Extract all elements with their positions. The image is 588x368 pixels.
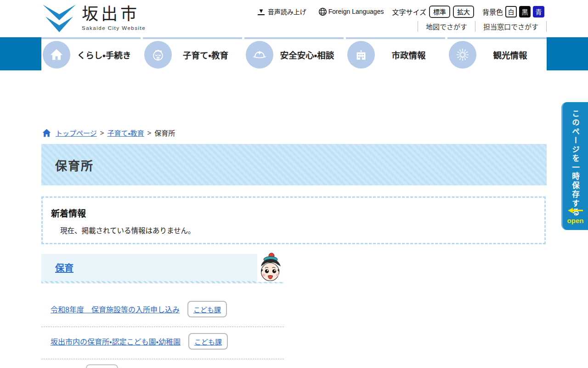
site-header: 坂出市 Sakaide City Website ▼ 音声読み上げ Foreig… bbox=[0, 0, 588, 37]
news-heading: 新着情報 bbox=[51, 207, 544, 219]
badge-partial[interactable] bbox=[86, 364, 118, 368]
save-page-side-tab[interactable]: このページを一時保存する open bbox=[561, 102, 588, 230]
bg-color-label: 背景色 bbox=[482, 7, 503, 17]
doc-list-item: 坂出市内の保育所・認定こども園・幼稚園 こども課 bbox=[51, 332, 228, 351]
badge-label: こども課 bbox=[194, 337, 222, 346]
news-empty-message: 現在、掲載されている情報はありません。 bbox=[60, 225, 544, 235]
foreign-languages-link[interactable]: Foreign Languages bbox=[318, 7, 384, 16]
baby-icon bbox=[144, 41, 172, 69]
search-by-department-link[interactable]: 担当窓口でさがす bbox=[475, 22, 546, 31]
sakaide-bird-logo-icon bbox=[41, 4, 77, 33]
helmet-icon bbox=[246, 41, 273, 69]
nav-item-kosodate[interactable]: 子育て・教育 bbox=[143, 37, 242, 70]
site-subtitle: Sakaide City Website bbox=[82, 25, 146, 31]
foreign-languages-label: Foreign Languages bbox=[328, 8, 384, 15]
bg-color-blue-button[interactable]: 青 bbox=[533, 6, 544, 17]
home-icon[interactable] bbox=[42, 129, 51, 137]
divider bbox=[41, 359, 284, 359]
globe-icon bbox=[318, 7, 327, 16]
nav-label: 観光情報 bbox=[476, 49, 547, 61]
nav-item-kankou[interactable]: 観光情報 bbox=[447, 37, 547, 70]
building-icon bbox=[347, 41, 375, 69]
divider bbox=[41, 327, 284, 327]
main-nav: くらし・手続き 子育て・教育 bbox=[0, 37, 588, 70]
breadcrumb-separator: > bbox=[147, 129, 152, 137]
voice-readout-label: 音声読み上げ bbox=[268, 7, 306, 16]
page-title: 保育所 bbox=[55, 156, 94, 173]
fireworks-icon bbox=[449, 41, 476, 69]
doc-list-item: 令和8年度 保育施設等の入所申し込み こども課 bbox=[51, 300, 227, 318]
nav-label: 市政情報 bbox=[375, 49, 445, 61]
nav-label: 子育て・教育 bbox=[172, 49, 242, 61]
save-page-label: このページを一時保存する bbox=[570, 109, 581, 217]
search-by-map-link[interactable]: 地図でさがす bbox=[418, 22, 475, 31]
site-logo[interactable]: 坂出市 Sakaide City Website bbox=[41, 4, 146, 33]
left-arrow-icon bbox=[567, 207, 584, 213]
badge-label: こども課 bbox=[193, 305, 221, 314]
page-title-bar: 保育所 bbox=[41, 144, 547, 185]
header-quick-links: 地図でさがす 担当窓口でさがす bbox=[418, 20, 547, 32]
divider bbox=[546, 21, 547, 32]
voice-readout-icon: ▼ bbox=[258, 8, 265, 15]
category-hoiku-link[interactable]: 保育 bbox=[55, 261, 74, 274]
nav-label: 安全安心・相談 bbox=[273, 49, 344, 61]
open-label: open bbox=[563, 217, 588, 224]
font-size-label: 文字サイズ bbox=[392, 7, 426, 17]
bg-color-white-button[interactable]: 白 bbox=[505, 6, 517, 17]
breadcrumb-home-link[interactable]: トップページ bbox=[56, 128, 97, 138]
doc-link-shinai[interactable]: 坂出市内の保育所・認定こども園・幼稚園 bbox=[51, 336, 181, 347]
breadcrumb-section-link[interactable]: 子育て・教育 bbox=[107, 128, 144, 138]
news-box: 新着情報 現在、掲載されている情報はありません。 bbox=[41, 196, 546, 244]
house-icon bbox=[43, 41, 70, 69]
voice-readout-link[interactable]: ▼ 音声読み上げ bbox=[258, 7, 306, 16]
badge-kodomoka[interactable]: こども課 bbox=[188, 333, 228, 350]
mascot-character bbox=[257, 252, 284, 282]
breadcrumb: トップページ > 子育て・教育 > 保育所 bbox=[42, 128, 175, 138]
site-title: 坂出市 bbox=[82, 4, 146, 24]
category-header: 保育 bbox=[41, 254, 284, 281]
bg-color-black-button[interactable]: 黒 bbox=[519, 6, 531, 17]
doc-link-nyusho[interactable]: 令和8年度 保育施設等の入所申し込み bbox=[51, 304, 180, 315]
breadcrumb-separator: > bbox=[100, 129, 104, 137]
breadcrumb-current: 保育所 bbox=[154, 128, 175, 138]
category-border bbox=[41, 281, 284, 283]
font-size-standard-button[interactable]: 標準 bbox=[429, 6, 450, 18]
nav-item-anzen[interactable]: 安全安心・相談 bbox=[244, 37, 344, 70]
nav-left-accent bbox=[0, 37, 41, 70]
font-size-enlarge-button[interactable]: 拡大 bbox=[453, 6, 474, 18]
badge-kodomoka[interactable]: こども課 bbox=[187, 301, 227, 317]
font-size-group: 文字サイズ 標準 拡大 bbox=[392, 6, 474, 18]
bg-color-group: 背景色 白 黒 青 bbox=[482, 6, 544, 17]
search-section: キーワードでさがす ENHANCED BY Google bbox=[0, 70, 588, 121]
header-tools: ▼ 音声読み上げ Foreign Languages 文字サイズ 標準 拡大 背… bbox=[258, 5, 544, 18]
nav-item-kurashi[interactable]: くらし・手続き bbox=[41, 37, 141, 70]
nav-label: くらし・手続き bbox=[70, 49, 141, 61]
nav-right-accent bbox=[547, 37, 588, 70]
nav-item-shisei[interactable]: 市政情報 bbox=[346, 37, 445, 70]
